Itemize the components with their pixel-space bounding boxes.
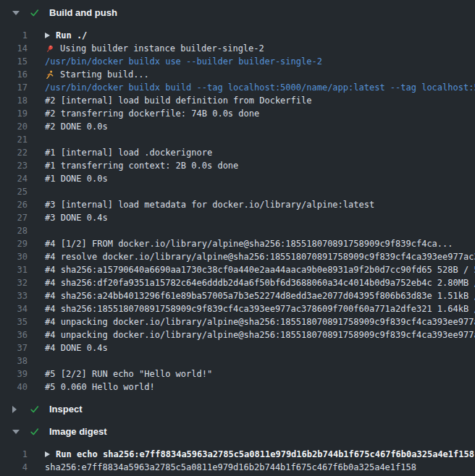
log-text: #4 unpacking docker.io/library/alpine@sh… (45, 328, 475, 341)
log-line[interactable]: 39#5 [2/2] RUN echo "Hello world!" (0, 367, 475, 381)
log-line[interactable]: 35#4 unpacking docker.io/library/alpine@… (0, 315, 475, 328)
line-number[interactable]: 34 (0, 302, 28, 315)
group-chevron-icon[interactable] (45, 33, 50, 38)
log-text: #1 [internal] load .dockerignore (45, 146, 212, 159)
line-number[interactable]: 16 (0, 68, 28, 81)
log-block: 1Run echo sha256:e7ff8834a5963a2785c5a08… (0, 448, 475, 474)
line-number[interactable]: 38 (0, 354, 28, 367)
log-text: #1 DONE 0.0s (45, 172, 108, 185)
section-title: Image digest (49, 426, 106, 438)
log-line[interactable]: 1Run echo sha256:e7ff8834a5963a2785c5a08… (0, 448, 475, 461)
log-line[interactable]: 19#2 transferring dockerfile: 74B 0.0s d… (0, 107, 475, 120)
line-number[interactable]: 20 (0, 120, 28, 133)
actions-log-viewer: Build and push1Run ./14Using builder ins… (0, 0, 475, 476)
log-text-content: sha256:e7ff8834a5963a2785c5a0811e979d16b… (45, 461, 416, 474)
log-text: #5 [2/2] RUN echo "Hello world!" (45, 367, 212, 381)
line-number[interactable]: 14 (0, 42, 28, 55)
line-number[interactable]: 26 (0, 198, 28, 211)
log-line[interactable]: 29#4 [1/2] FROM docker.io/library/alpine… (0, 237, 475, 250)
pushpin-icon (45, 44, 54, 54)
line-number[interactable]: 36 (0, 328, 28, 341)
log-text-content: /usr/bin/docker buildx build --tag local… (45, 81, 475, 94)
log-text-content: Starting build... (60, 68, 149, 81)
line-number[interactable]: 1 (0, 448, 28, 461)
log-line[interactable]: 33#4 sha256:a24bb4013296f61e89ba57005a7b… (0, 289, 475, 302)
line-number[interactable]: 1 (0, 29, 28, 42)
log-text: #2 transferring dockerfile: 74B 0.0s don… (45, 107, 259, 120)
log-line[interactable]: 17/usr/bin/docker buildx build --tag loc… (0, 81, 475, 94)
line-number[interactable]: 17 (0, 81, 28, 94)
log-text: Using builder instance builder-single-2 (45, 42, 264, 55)
line-number[interactable]: 37 (0, 341, 28, 354)
section-title: Build and push (49, 7, 117, 19)
line-number[interactable]: 30 (0, 250, 28, 263)
line-number[interactable]: 15 (0, 55, 28, 68)
log-section-image-digest: Image digest1Run echo sha256:e7ff8834a59… (0, 420, 475, 474)
log-text-content: #4 sha256:185518070891758909c9f839cf4ca3… (45, 302, 475, 315)
log-line[interactable]: 32#4 sha256:df20fa9351a15782c64e6dddb2d4… (0, 276, 475, 289)
log-text-content: #5 [2/2] RUN echo "Hello world!" (45, 367, 212, 381)
line-number[interactable]: 32 (0, 276, 28, 289)
line-number[interactable]: 25 (0, 185, 28, 198)
log-line[interactable]: 37#4 DONE 0.4s (0, 341, 475, 354)
log-line[interactable]: 20#2 DONE 0.0s (0, 120, 475, 133)
log-line[interactable]: 27#3 DONE 0.4s (0, 211, 475, 224)
log-text-content: Run echo sha256:e7ff8834a5963a2785c5a081… (56, 448, 474, 461)
log-line[interactable]: 24#1 DONE 0.0s (0, 172, 475, 185)
log-text-content: #3 DONE 0.4s (45, 211, 108, 224)
log-text-content: #4 DONE 0.4s (45, 341, 108, 354)
log-line[interactable]: 16Starting build... (0, 68, 475, 81)
log-line[interactable]: 23#1 transferring context: 2B 0.0s done (0, 159, 475, 172)
log-text: #5 0.060 Hello world! (45, 381, 155, 394)
log-text: #4 DONE 0.4s (45, 341, 108, 354)
log-line[interactable]: 38 (0, 354, 475, 367)
log-text: #4 sha256:a15790640a6690aa1730c38cf0a440… (45, 263, 475, 276)
log-line[interactable]: 31#4 sha256:a15790640a6690aa1730c38cf0a4… (0, 263, 475, 276)
line-number[interactable]: 33 (0, 289, 28, 302)
line-number[interactable]: 28 (0, 224, 28, 237)
log-text-content: #4 sha256:a24bb4013296f61e89ba57005a7b3e… (45, 289, 475, 302)
log-text-content: #1 transferring context: 2B 0.0s done (45, 159, 238, 172)
log-block: 1Run ./14Using builder instance builder-… (0, 29, 475, 394)
log-line[interactable]: 21 (0, 133, 475, 146)
log-section-build-and-push: Build and push1Run ./14Using builder ins… (0, 1, 475, 394)
log-text: Run ./ (45, 29, 87, 42)
log-text-content: Run ./ (56, 29, 87, 42)
line-number[interactable]: 40 (0, 381, 28, 394)
section-header-build-and-push[interactable]: Build and push (0, 1, 475, 24)
line-number[interactable]: 22 (0, 146, 28, 159)
line-number[interactable]: 35 (0, 315, 28, 328)
log-line[interactable]: 36#4 unpacking docker.io/library/alpine@… (0, 328, 475, 341)
log-line[interactable]: 40#5 0.060 Hello world! (0, 381, 475, 394)
line-number[interactable]: 27 (0, 211, 28, 224)
log-text-content: #2 DONE 0.0s (45, 120, 108, 133)
log-line[interactable]: 26#3 [internal] load metadata for docker… (0, 198, 475, 211)
line-number[interactable]: 39 (0, 367, 28, 381)
log-line[interactable]: 28 (0, 224, 475, 237)
line-number[interactable]: 19 (0, 107, 28, 120)
log-text-content: #4 sha256:df20fa9351a15782c64e6dddb2d4a6… (45, 276, 475, 289)
line-number[interactable]: 4 (0, 461, 28, 474)
log-line[interactable]: 25 (0, 185, 475, 198)
line-number[interactable]: 29 (0, 237, 28, 250)
line-number[interactable]: 18 (0, 94, 28, 107)
log-text: Run echo sha256:e7ff8834a5963a2785c5a081… (45, 448, 474, 461)
log-line[interactable]: 34#4 sha256:185518070891758909c9f839cf4c… (0, 302, 475, 315)
group-chevron-icon[interactable] (45, 451, 50, 457)
check-icon (30, 404, 40, 415)
log-line[interactable]: 30#4 resolve docker.io/library/alpine@sh… (0, 250, 475, 263)
log-text: #3 [internal] load metadata for docker.i… (45, 198, 374, 211)
line-number[interactable]: 24 (0, 172, 28, 185)
log-line[interactable]: 18#2 [internal] load build definition fr… (0, 94, 475, 107)
log-line[interactable]: 14Using builder instance builder-single-… (0, 42, 475, 55)
section-header-inspect[interactable]: Inspect (0, 398, 475, 420)
log-text: #1 transferring context: 2B 0.0s done (45, 159, 238, 172)
section-header-image-digest[interactable]: Image digest (0, 420, 475, 443)
line-number[interactable]: 23 (0, 159, 28, 172)
log-line[interactable]: 22#1 [internal] load .dockerignore (0, 146, 475, 159)
log-line[interactable]: 1Run ./ (0, 29, 475, 42)
log-line[interactable]: 15/usr/bin/docker buildx use --builder b… (0, 55, 475, 68)
log-line[interactable]: 4sha256:e7ff8834a5963a2785c5a0811e979d16… (0, 461, 475, 474)
line-number[interactable]: 31 (0, 263, 28, 276)
line-number[interactable]: 21 (0, 133, 28, 146)
